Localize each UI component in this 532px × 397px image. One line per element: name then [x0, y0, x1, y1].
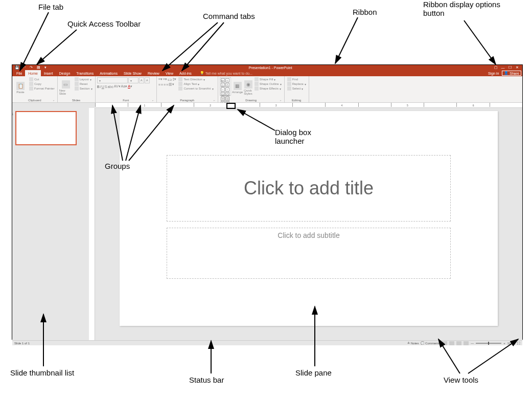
svg-line-1	[20, 12, 49, 71]
svg-line-6	[464, 20, 496, 64]
svg-line-2	[37, 30, 77, 64]
label-file-tab: File tab	[38, 3, 63, 11]
svg-line-5	[335, 17, 358, 63]
svg-line-3	[163, 23, 218, 71]
label-groups: Groups	[105, 162, 130, 170]
svg-line-15	[438, 339, 460, 373]
label-view-tools: View tools	[444, 376, 478, 384]
svg-rect-10	[227, 103, 235, 108]
label-qat: Quick Access Toolbar	[67, 19, 141, 28]
svg-line-11	[238, 109, 275, 130]
label-thumbnail-list: Slide thumbnail list	[10, 368, 74, 377]
label-slide-pane: Slide pane	[295, 368, 332, 377]
label-status-bar: Status bar	[189, 376, 224, 384]
label-ribbon-display: Ribbon display options button	[423, 0, 515, 17]
svg-line-9	[129, 105, 174, 161]
svg-line-7	[112, 105, 123, 161]
label-dialog-launcher: Dialog box launcher	[275, 128, 336, 145]
svg-line-4	[182, 23, 224, 71]
svg-line-8	[126, 105, 141, 161]
label-ribbon: Ribbon	[353, 8, 377, 16]
label-command-tabs: Command tabs	[203, 12, 255, 20]
svg-line-16	[468, 339, 518, 373]
